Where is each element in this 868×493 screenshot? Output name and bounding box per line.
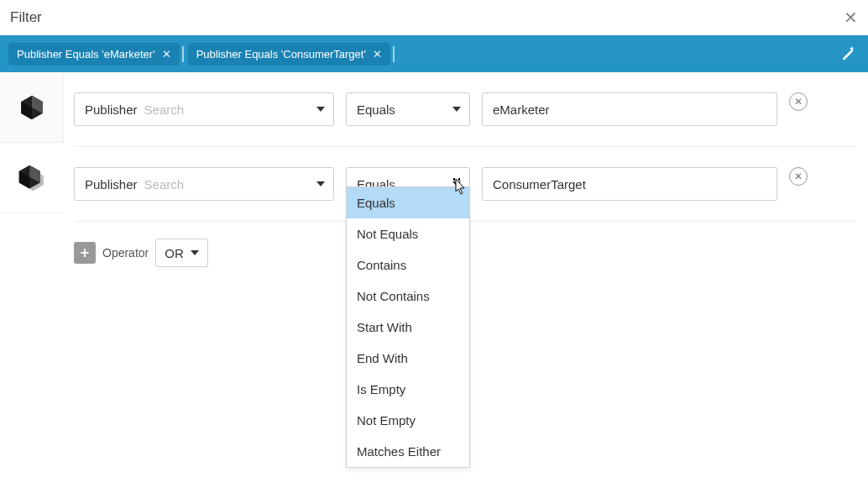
dialog-title: Filter bbox=[10, 9, 42, 26]
content-area: Publisher Search Equals ✕ Publisher Sear… bbox=[0, 72, 868, 284]
cube-icon-slot[interactable] bbox=[0, 72, 64, 143]
cube-icon bbox=[18, 93, 46, 122]
value-input[interactable] bbox=[493, 93, 766, 125]
cube-icon-slot[interactable] bbox=[0, 143, 64, 213]
chevron-down-icon bbox=[191, 250, 199, 255]
left-rail bbox=[0, 72, 64, 284]
field-search-placeholder: Search bbox=[144, 102, 185, 117]
chip-label: Publisher Equals 'ConsumerTarget' bbox=[196, 48, 366, 60]
field-search-placeholder: Search bbox=[144, 177, 185, 191]
add-filter-button[interactable]: + bbox=[74, 242, 96, 264]
operator-value: Equals bbox=[357, 102, 395, 117]
dropdown-option[interactable]: Equals bbox=[347, 187, 469, 218]
filter-chips-bar: Publisher Equals 'eMarketer' ✕ Publisher… bbox=[0, 35, 868, 72]
value-input[interactable] bbox=[493, 168, 766, 200]
chevron-down-icon bbox=[452, 107, 461, 112]
chevron-down-icon bbox=[316, 181, 325, 186]
filter-builder: Publisher Search Equals ✕ Publisher Sear… bbox=[64, 72, 868, 284]
value-input-wrap bbox=[482, 167, 777, 201]
clear-row-button[interactable]: ✕ bbox=[789, 167, 808, 186]
dropdown-option[interactable]: Not Empty bbox=[347, 405, 469, 436]
filter-chip[interactable]: Publisher Equals 'ConsumerTarget' ✕ bbox=[188, 43, 390, 66]
dialog-header: Filter ✕ bbox=[0, 0, 868, 35]
operator-dropdown: Equals Not Equals Contains Not Contains … bbox=[346, 186, 470, 468]
dropdown-option[interactable]: Contains bbox=[347, 249, 469, 281]
dropdown-option[interactable]: Start With bbox=[347, 312, 469, 343]
clear-row-button[interactable]: ✕ bbox=[789, 92, 808, 111]
dropdown-option[interactable]: Is Empty bbox=[347, 374, 469, 405]
chevron-down-icon bbox=[316, 107, 325, 112]
filter-chip[interactable]: Publisher Equals 'eMarketer' ✕ bbox=[8, 43, 180, 66]
chip-label: Publisher Equals 'eMarketer' bbox=[17, 48, 155, 60]
filter-row: Publisher Search Equals ✕ bbox=[74, 72, 856, 146]
chip-remove-icon[interactable]: ✕ bbox=[162, 48, 171, 60]
chip-remove-icon[interactable]: ✕ bbox=[373, 48, 382, 60]
operator-select[interactable]: Equals bbox=[346, 92, 470, 126]
dropdown-option[interactable]: Not Contains bbox=[347, 281, 469, 312]
field-select[interactable]: Publisher Search bbox=[74, 92, 334, 126]
close-icon[interactable]: ✕ bbox=[844, 8, 858, 28]
logic-operator-select[interactable]: OR bbox=[155, 239, 208, 267]
value-input-wrap bbox=[482, 92, 777, 126]
cube-stack-icon bbox=[17, 163, 47, 193]
operator-label: Operator bbox=[102, 246, 149, 260]
field-label: Publisher bbox=[85, 177, 138, 191]
dropdown-option[interactable]: Not Equals bbox=[347, 218, 469, 249]
wand-icon[interactable] bbox=[839, 44, 858, 65]
field-select[interactable]: Publisher Search bbox=[74, 167, 334, 201]
logic-operator-value: OR bbox=[165, 246, 184, 260]
dropdown-option[interactable]: Matches Either bbox=[347, 436, 469, 467]
dropdown-option[interactable]: End With bbox=[347, 343, 469, 374]
field-label: Publisher bbox=[85, 102, 138, 117]
